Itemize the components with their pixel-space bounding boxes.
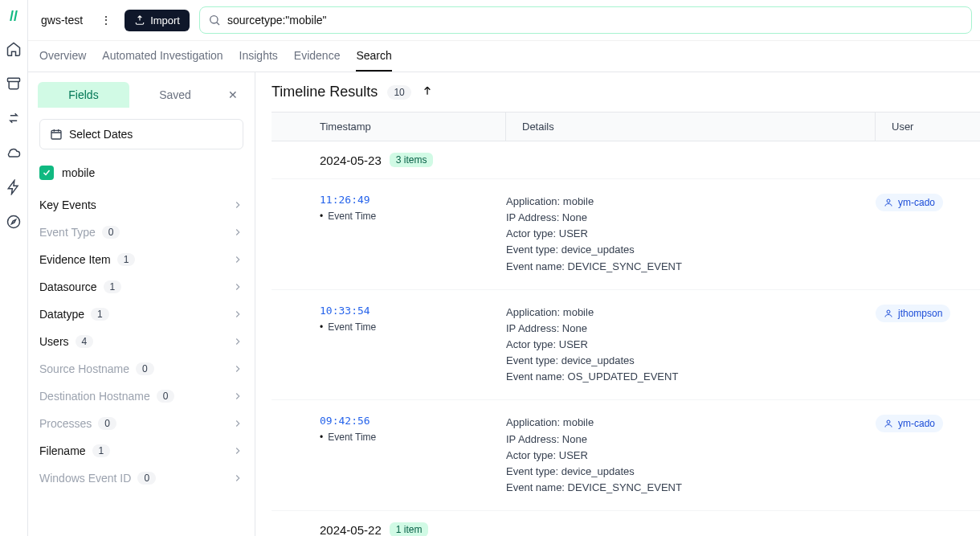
chevron-right-icon	[232, 391, 243, 402]
group-header[interactable]: 2024-05-233 items	[272, 141, 980, 179]
facet-evidence-item[interactable]: Evidence Item1	[38, 246, 245, 273]
sort-ascending-icon[interactable]	[421, 84, 434, 100]
tab-evidence[interactable]: Evidence	[294, 41, 341, 72]
user-icon	[884, 198, 893, 207]
logo[interactable]: //	[10, 8, 18, 25]
user-icon	[884, 419, 893, 428]
group-count-badge: 3 items	[390, 153, 434, 167]
user-pill[interactable]: ym-cado	[876, 415, 943, 432]
facet-datatype[interactable]: Datatype1	[38, 301, 245, 328]
facet-users[interactable]: Users4	[38, 328, 245, 355]
col-timestamp: Timestamp	[272, 113, 506, 141]
select-dates-button[interactable]: Select Dates	[39, 119, 243, 149]
col-details: Details	[506, 113, 876, 141]
upload-icon	[134, 14, 145, 26]
svg-rect-3	[51, 130, 61, 139]
event-time: 11:26:49	[320, 194, 506, 206]
facet-processes[interactable]: Processes0	[38, 410, 245, 437]
chevron-right-icon	[232, 473, 243, 484]
event-details: Application: mobileIP Address: NoneActor…	[506, 305, 876, 386]
chevron-right-icon	[232, 445, 243, 456]
col-user: User	[876, 113, 980, 141]
import-button[interactable]: Import	[125, 10, 190, 31]
bolt-icon[interactable]	[6, 179, 22, 198]
chevron-right-icon	[232, 254, 243, 265]
facet-destination-hostname[interactable]: Destination Hostname0	[38, 383, 245, 410]
topbar: gws-test ⋮ Import	[28, 0, 980, 41]
group-date: 2024-05-23	[320, 153, 382, 167]
checkbox-checked-icon	[39, 166, 54, 180]
group-header[interactable]: 2024-05-221 item	[272, 511, 980, 536]
event-time-label: Event Time	[320, 432, 506, 443]
facet-filename[interactable]: Filename1	[38, 437, 245, 464]
svg-point-6	[887, 420, 890, 423]
chevron-right-icon	[232, 199, 243, 211]
table-row[interactable]: 11:26:49Event TimeApplication: mobileIP …	[272, 179, 980, 290]
tab-insights[interactable]: Insights	[239, 41, 278, 72]
facet-key-events[interactable]: Key Events	[38, 191, 245, 219]
chevron-right-icon	[232, 281, 243, 293]
compass-icon[interactable]	[6, 214, 22, 232]
swap-icon[interactable]	[6, 110, 22, 129]
archive-icon[interactable]	[6, 76, 22, 94]
event-time-label: Event Time	[320, 321, 506, 333]
chevron-right-icon	[232, 309, 243, 320]
group-count-badge: 1 item	[390, 522, 429, 536]
search-input[interactable]	[227, 14, 963, 27]
svg-rect-0	[8, 78, 20, 81]
more-menu-icon[interactable]: ⋮	[97, 10, 115, 30]
chevron-right-icon	[232, 227, 243, 238]
group-date: 2024-05-22	[320, 523, 382, 536]
facet-windows-event-id[interactable]: Windows Event ID0	[38, 464, 245, 492]
sidebar: Fields Saved ✕ Select Dates mobile Key E…	[28, 72, 255, 536]
event-details: Application: mobileIP Address: NoneActor…	[506, 194, 876, 275]
calendar-icon	[50, 128, 63, 141]
subtab-saved[interactable]: Saved	[129, 82, 221, 108]
results-panel: Timeline Results 10 Timestamp Details Us…	[255, 72, 980, 536]
home-icon[interactable]	[6, 41, 22, 59]
tab-automated-investigation[interactable]: Automated Investigation	[102, 41, 223, 72]
svg-point-1	[8, 216, 20, 228]
table-row[interactable]: 10:33:54Event TimeApplication: mobileIP …	[272, 290, 980, 401]
svg-point-5	[887, 310, 890, 313]
svg-point-4	[887, 199, 890, 203]
event-time: 09:42:56	[320, 415, 506, 427]
cloud-icon[interactable]	[6, 145, 22, 163]
user-pill[interactable]: ym-cado	[876, 194, 943, 211]
results-count: 10	[387, 85, 410, 100]
subtab-fields[interactable]: Fields	[38, 82, 129, 108]
tab-search[interactable]: Search	[356, 41, 391, 72]
left-rail: //	[0, 0, 28, 536]
user-pill[interactable]: jthompson	[876, 305, 950, 322]
search-icon	[208, 14, 221, 27]
event-time: 10:33:54	[320, 305, 506, 317]
facet-source-hostname[interactable]: Source Hostname0	[38, 355, 245, 383]
table-header: Timestamp Details User	[272, 112, 980, 141]
user-icon	[884, 309, 893, 318]
nav-tabs: OverviewAutomated InvestigationInsightsE…	[28, 41, 980, 72]
project-name[interactable]: gws-test	[36, 10, 88, 30]
search-bar[interactable]	[199, 6, 972, 34]
facet-event-type[interactable]: Event Type0	[38, 219, 245, 246]
chevron-right-icon	[232, 336, 243, 347]
close-icon[interactable]: ✕	[221, 88, 245, 101]
event-time-label: Event Time	[320, 211, 506, 222]
chevron-right-icon	[232, 363, 243, 374]
table-row[interactable]: 09:42:56Event TimeApplication: mobileIP …	[272, 400, 980, 511]
event-details: Application: mobileIP Address: NoneActor…	[506, 415, 876, 496]
results-title: Timeline Results	[272, 84, 378, 100]
tab-overview[interactable]: Overview	[39, 41, 86, 72]
filter-mobile[interactable]: mobile	[38, 161, 245, 191]
facet-datasource[interactable]: Datasource1	[38, 273, 245, 301]
svg-point-2	[210, 16, 218, 23]
chevron-right-icon	[232, 418, 243, 429]
